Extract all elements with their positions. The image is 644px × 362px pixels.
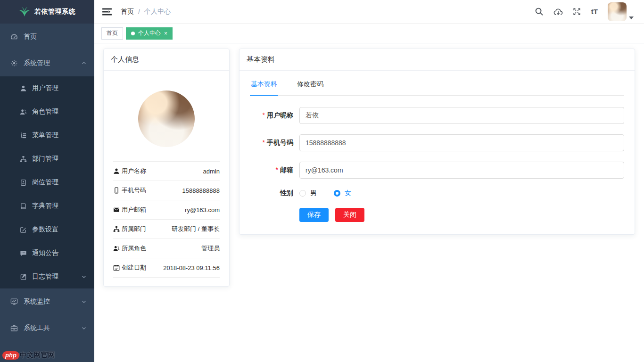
detail-value: 管理员 [201, 244, 220, 253]
detail-label: 手机号码 [122, 186, 146, 195]
sidebar-item-label: 系统管理 [24, 59, 50, 67]
email-label: *邮箱 [250, 166, 293, 174]
log-icon [20, 273, 27, 280]
fullscreen-icon[interactable] [572, 7, 581, 16]
sidebar-item-label: 用户管理 [32, 84, 58, 92]
user-avatar[interactable] [608, 2, 627, 21]
sidebar-item-home[interactable]: 首页 [0, 24, 94, 50]
watermark: php 中文网官网 [2, 351, 55, 360]
form-row-email: *邮箱 [250, 162, 624, 179]
breadcrumb-home[interactable]: 首页 [121, 8, 134, 16]
profile-detail-list: 用户名称 admin 手机号码 15888888888 用户邮箱 ry@163. [113, 161, 220, 278]
sidebar-item-notice[interactable]: 通知公告 [0, 241, 94, 265]
required-asterisk: * [276, 166, 278, 173]
font-size-icon[interactable]: tT [591, 7, 598, 16]
list-item: 所属部门 研发部门 / 董事长 [113, 220, 220, 239]
gender-radio-female[interactable]: 女 [334, 189, 351, 197]
sidebar-item-label: 首页 [24, 33, 37, 41]
envelope-icon [113, 206, 120, 213]
app-title: 若依管理系统 [34, 8, 75, 16]
close-icon[interactable]: × [164, 30, 167, 37]
badge-icon [20, 179, 27, 186]
sitemap-icon [20, 156, 27, 163]
sidebar-item-user-manage[interactable]: 用户管理 [0, 76, 94, 100]
sidebar-item-label: 日志管理 [32, 272, 58, 281]
user-menu[interactable] [608, 2, 634, 21]
list-item: 所属角色 管理员 [113, 239, 220, 258]
search-icon[interactable] [535, 7, 544, 16]
users-icon [113, 245, 120, 252]
sidebar-item-system-manage[interactable]: 系统管理 [0, 50, 94, 76]
tab-home[interactable]: 首页 [101, 27, 123, 40]
tab-profile[interactable]: 个人中心 × [126, 27, 173, 40]
breadcrumb: 首页 / 个人中心 [121, 8, 171, 16]
php-logo-badge: php [2, 351, 19, 360]
navbar-actions: tT [535, 2, 634, 21]
detail-label: 创建日期 [122, 263, 146, 272]
radio-checked-icon [334, 190, 340, 197]
detail-label: 用户名称 [122, 167, 146, 175]
sidebar-toggle-icon[interactable] [102, 7, 112, 17]
profile-avatar[interactable] [138, 90, 195, 147]
edit-icon [20, 226, 27, 233]
nickname-field[interactable] [299, 107, 624, 124]
app-logo[interactable]: 若依管理系统 [0, 0, 94, 24]
form-row-phone: *手机号码 [250, 134, 624, 151]
phone-label: *手机号码 [250, 139, 293, 147]
sidebar-item-menu-manage[interactable]: 菜单管理 [0, 123, 94, 147]
radio-label: 女 [345, 189, 351, 197]
form-row-nickname: *用户昵称 [250, 107, 624, 124]
radio-icon [299, 190, 306, 197]
list-item: 用户名称 admin [113, 162, 220, 181]
required-asterisk: * [263, 111, 265, 119]
list-item: 用户邮箱 ry@163.com [113, 200, 220, 220]
email-field[interactable] [299, 162, 624, 179]
sidebar-item-post-manage[interactable]: 岗位管理 [0, 171, 94, 194]
menu-tree-icon [20, 132, 27, 139]
form-actions: 保存 关闭 [299, 208, 624, 222]
comment-icon [20, 250, 27, 257]
watermark-text: 中文网官网 [20, 351, 55, 360]
calendar-icon [113, 264, 120, 271]
chevron-down-icon [81, 274, 87, 280]
save-button[interactable]: 保存 [299, 208, 329, 222]
sidebar-item-role-manage[interactable]: 角色管理 [0, 100, 94, 123]
chevron-up-icon [81, 60, 87, 66]
tab-label: 个人中心 [138, 29, 161, 37]
tab-basic-info[interactable]: 基本资料 [250, 80, 278, 96]
tab-change-password[interactable]: 修改密码 [296, 80, 324, 95]
sidebar-item-dict-manage[interactable]: 字典管理 [0, 194, 94, 218]
top-navbar: 首页 / 个人中心 tT [94, 0, 644, 24]
chevron-down-icon [81, 325, 87, 331]
detail-label: 用户邮箱 [122, 206, 146, 214]
gender-label: 性别 [250, 189, 293, 197]
detail-value: ry@163.com [185, 206, 220, 214]
detail-value: 2018-08-23 09:11:56 [163, 264, 220, 272]
sidebar-item-label: 部门管理 [32, 155, 58, 163]
radio-label: 男 [310, 189, 317, 197]
tags-view-bar: 首页 个人中心 × [94, 24, 644, 43]
sidebar-item-log-manage[interactable]: 日志管理 [0, 265, 94, 288]
form-card-title: 基本资料 [239, 49, 635, 71]
sidebar-item-param-settings[interactable]: 参数设置 [0, 218, 94, 241]
detail-value: admin [203, 168, 220, 175]
required-asterisk: * [263, 139, 265, 146]
cloud-download-icon[interactable] [553, 7, 562, 16]
page-content: 个人信息 用户名称 admin 手机号码 15888888888 [94, 43, 644, 292]
sitemap-icon [113, 226, 120, 232]
profile-card-body: 用户名称 admin 手机号码 15888888888 用户邮箱 ry@163. [104, 71, 229, 286]
sidebar-item-system-monitor[interactable]: 系统监控 [0, 288, 94, 315]
close-button[interactable]: 关闭 [335, 208, 364, 222]
phone-field[interactable] [299, 134, 624, 151]
tab-label: 首页 [107, 29, 118, 37]
user-icon [20, 85, 27, 92]
toolbox-icon [10, 324, 18, 332]
book-icon [20, 203, 27, 210]
sidebar: 若依管理系统 首页 系统管理 [0, 0, 94, 362]
sidebar-item-label: 参数设置 [32, 225, 58, 234]
user-icon [113, 168, 120, 174]
gender-radio-male[interactable]: 男 [299, 189, 317, 197]
sidebar-item-system-tools[interactable]: 系统工具 [0, 315, 94, 341]
sidebar-item-dept-manage[interactable]: 部门管理 [0, 147, 94, 171]
monitor-icon [10, 298, 18, 305]
